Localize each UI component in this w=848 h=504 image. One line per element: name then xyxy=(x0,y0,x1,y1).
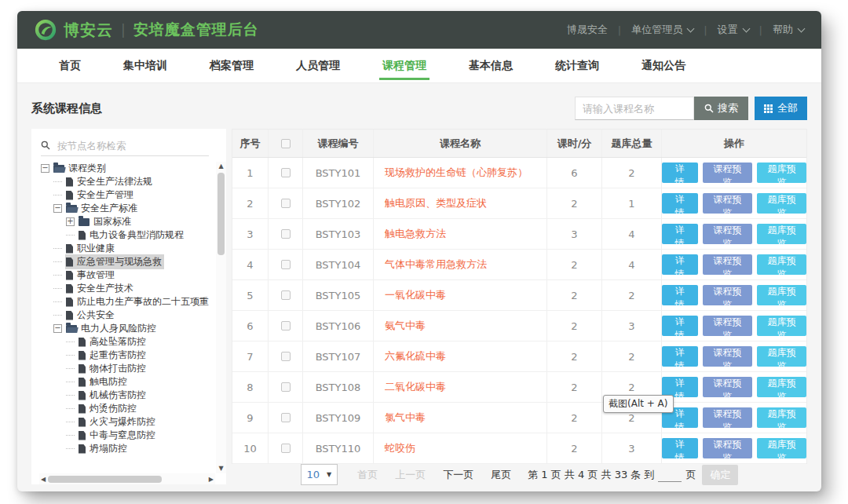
course-name-link[interactable]: 氯气中毒 xyxy=(374,403,547,433)
tab-item[interactable]: 档案管理 xyxy=(188,49,275,82)
row-checkbox[interactable] xyxy=(281,260,291,269)
tree-item[interactable]: 安全生产法律法规 xyxy=(39,175,215,188)
tree-item[interactable]: 物体打击防控 xyxy=(39,362,215,375)
select-all-checkbox[interactable] xyxy=(281,139,291,148)
vertical-scroll-thumb[interactable] xyxy=(217,173,225,255)
row-checkbox[interactable] xyxy=(281,168,291,177)
tab-item[interactable]: 通知公告 xyxy=(620,49,707,82)
bank-preview-button[interactable]: 题库预览 xyxy=(757,377,806,397)
horizontal-scroll-thumb[interactable] xyxy=(48,476,162,483)
detail-button[interactable]: 详情 xyxy=(662,316,698,336)
tree-item[interactable]: 火灾与爆炸防控 xyxy=(39,415,215,429)
tree-item[interactable]: −电力人身风险防控 xyxy=(39,322,215,335)
detail-button[interactable]: 详情 xyxy=(662,254,698,275)
detail-button[interactable]: 详情 xyxy=(662,163,698,183)
course-name-link[interactable]: 触电急救方法 xyxy=(374,219,547,249)
detail-button[interactable]: 详情 xyxy=(662,285,698,305)
scroll-up-icon[interactable]: ▲ xyxy=(218,162,223,171)
bank-preview-button[interactable]: 题库预览 xyxy=(757,407,806,428)
bank-preview-button[interactable]: 题库预览 xyxy=(757,285,806,305)
course-preview-button[interactable]: 课程预览 xyxy=(703,254,752,275)
detail-button[interactable]: 详情 xyxy=(662,346,698,367)
tree-item[interactable]: +国家标准 xyxy=(39,215,215,228)
tab-item[interactable]: 首页 xyxy=(38,49,102,82)
tree-item[interactable]: 坍塌防控 xyxy=(39,442,215,455)
course-name-link[interactable]: 六氟化硫中毒 xyxy=(374,341,547,371)
scroll-right-icon[interactable]: ▶ xyxy=(209,476,214,483)
tree-item[interactable]: 电力设备典型消防规程 xyxy=(39,228,215,242)
tab-item[interactable]: 集中培训 xyxy=(102,49,188,82)
course-name-link[interactable]: 触电原因、类型及症状 xyxy=(374,188,547,218)
course-preview-button[interactable]: 课程预览 xyxy=(703,163,752,183)
course-preview-button[interactable]: 课程预览 xyxy=(703,407,752,428)
course-name-link[interactable]: 氨气中毒 xyxy=(374,311,547,341)
course-preview-button[interactable]: 课程预览 xyxy=(703,316,752,336)
course-search-input[interactable] xyxy=(575,97,694,120)
tree-item[interactable]: −课程类别 xyxy=(39,162,215,175)
next-page-button[interactable]: 下一页 xyxy=(443,468,473,482)
row-checkbox[interactable] xyxy=(281,413,291,422)
prev-page-button[interactable]: 上一页 xyxy=(395,468,426,482)
tab-item[interactable]: 基本信息 xyxy=(448,49,534,82)
collapse-icon[interactable]: − xyxy=(53,204,62,213)
tab-item[interactable]: 人员管理 xyxy=(275,49,361,82)
tree-horizontal-scrollbar[interactable]: ◀ ▶ xyxy=(39,473,215,484)
bank-preview-button[interactable]: 题库预览 xyxy=(757,346,806,367)
tree-item[interactable]: 触电防控 xyxy=(39,375,215,389)
tree-item[interactable]: 防止电力生产事故的二十五项重 xyxy=(39,295,215,309)
course-name-link[interactable]: 二氧化碳中毒 xyxy=(374,372,547,402)
collapse-icon[interactable]: − xyxy=(41,164,49,173)
bank-preview-button[interactable]: 题库预览 xyxy=(757,224,806,244)
first-page-button[interactable]: 首页 xyxy=(357,468,378,482)
course-preview-button[interactable]: 课程预览 xyxy=(703,377,752,397)
row-checkbox[interactable] xyxy=(281,290,291,300)
tree-item[interactable]: 应急管理与现场急救 xyxy=(39,255,215,268)
page-size-select[interactable]: 10 ▼ xyxy=(301,464,338,485)
bank-preview-button[interactable]: 题库预览 xyxy=(757,316,806,336)
tree-item[interactable]: 中毒与窒息防控 xyxy=(39,429,215,442)
tree-item[interactable]: 安全生产管理 xyxy=(39,188,215,202)
course-preview-button[interactable]: 课程预览 xyxy=(703,224,752,244)
user-menu[interactable]: 单位管理员 xyxy=(631,23,693,37)
detail-button[interactable]: 详情 xyxy=(662,438,698,458)
row-checkbox[interactable] xyxy=(281,229,291,239)
row-checkbox[interactable] xyxy=(281,321,291,331)
tree-item[interactable]: 公共安全 xyxy=(39,309,215,322)
search-button[interactable]: 搜索 xyxy=(694,97,748,120)
tree-item[interactable]: 灼烫伤防控 xyxy=(39,402,215,415)
detail-button[interactable]: 详情 xyxy=(662,193,698,214)
tab-item[interactable]: 课程管理 xyxy=(361,49,448,82)
tree-item[interactable]: −安全生产标准 xyxy=(39,202,215,215)
confirm-button[interactable]: 确定 xyxy=(702,465,738,485)
detail-button[interactable]: 详情 xyxy=(662,224,698,244)
row-checkbox[interactable] xyxy=(281,352,291,361)
expand-icon[interactable]: + xyxy=(66,217,75,226)
bank-preview-button[interactable]: 题库预览 xyxy=(757,438,806,458)
tree-item[interactable]: 高处坠落防控 xyxy=(39,335,215,349)
tree-item[interactable]: 机械伤害防控 xyxy=(39,389,215,402)
tree-vertical-scrollbar[interactable]: ▲ ▼ xyxy=(216,162,226,473)
course-preview-button[interactable]: 课程预览 xyxy=(703,193,752,214)
all-button[interactable]: 全部 xyxy=(755,97,807,120)
tree-item[interactable]: 职业健康 xyxy=(39,242,215,255)
collapse-icon[interactable]: − xyxy=(53,324,62,333)
row-checkbox[interactable] xyxy=(281,199,291,208)
tree-search-input[interactable] xyxy=(56,139,209,152)
settings-menu[interactable]: 设置 xyxy=(718,23,749,37)
row-checkbox[interactable] xyxy=(281,444,291,453)
bank-preview-button[interactable]: 题库预览 xyxy=(757,254,806,275)
course-preview-button[interactable]: 课程预览 xyxy=(703,438,752,458)
help-menu[interactable]: 帮助 xyxy=(773,23,804,37)
course-name-link[interactable]: 蛇咬伤 xyxy=(374,433,547,463)
row-checkbox[interactable] xyxy=(281,382,291,392)
course-preview-button[interactable]: 课程预览 xyxy=(703,285,752,305)
tree-item[interactable]: 起重伤害防控 xyxy=(39,349,215,362)
tree-item[interactable]: 事故管理 xyxy=(39,268,215,282)
tab-item[interactable]: 统计查询 xyxy=(534,49,620,82)
course-name-link[interactable]: 现场救护的生命链（心肺复苏） xyxy=(374,158,547,188)
bank-preview-button[interactable]: 题库预览 xyxy=(757,193,806,214)
course-name-link[interactable]: 一氧化碳中毒 xyxy=(374,280,547,310)
course-preview-button[interactable]: 课程预览 xyxy=(703,346,752,367)
last-page-button[interactable]: 尾页 xyxy=(491,468,511,482)
scroll-down-icon[interactable]: ▼ xyxy=(218,464,223,473)
